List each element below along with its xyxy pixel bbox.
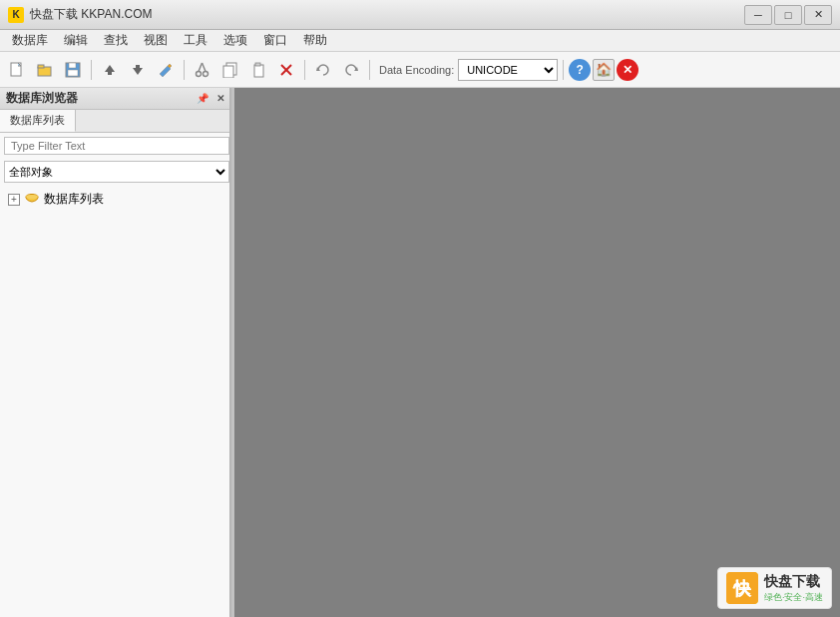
help-button[interactable]: ? <box>569 59 591 81</box>
svg-rect-4 <box>69 63 76 68</box>
toolbar: Data Encoding: UNICODE UTF-8 GBK ASCII ?… <box>0 52 840 88</box>
svg-rect-5 <box>68 70 78 76</box>
watermark: 快 快盘下载 绿色·安全·高速 <box>717 567 832 609</box>
open-button[interactable] <box>32 57 58 83</box>
tab-database-list[interactable]: 数据库列表 <box>0 110 76 132</box>
toolbar-separator-2 <box>184 60 185 80</box>
pin-button[interactable]: 📌 <box>196 92 210 106</box>
panel-header-controls: 📌 ✕ <box>196 92 227 106</box>
svg-point-10 <box>197 71 202 76</box>
menu-item-find[interactable]: 查找 <box>96 30 136 51</box>
paste-button[interactable] <box>245 57 271 83</box>
edit-button[interactable] <box>153 57 179 83</box>
svg-rect-2 <box>38 65 44 68</box>
tree-expand-icon[interactable]: + <box>8 194 20 206</box>
toolbar-separator-5 <box>563 60 564 80</box>
home-button[interactable]: 🏠 <box>593 59 615 81</box>
toolbar-separator-3 <box>304 60 305 80</box>
svg-point-11 <box>204 71 209 76</box>
watermark-logo: 快 <box>726 572 758 604</box>
filter-input[interactable] <box>4 137 229 155</box>
menu-item-options[interactable]: 选项 <box>215 30 255 51</box>
menu-item-help[interactable]: 帮助 <box>295 30 335 51</box>
title-bar-text: 快盘下载 KKPAN.COM <box>30 6 744 23</box>
tree-area: + 数据库列表 <box>0 185 233 617</box>
panel-tabs: 数据库列表 <box>0 110 233 133</box>
main-area: 数据库浏览器 📌 ✕ 数据库列表 全部对象 表 视图 存储过程 函数 + <box>0 88 840 617</box>
menu-bar: 数据库 编辑 查找 视图 工具 选项 窗口 帮助 <box>0 30 840 52</box>
cut-button[interactable] <box>190 57 215 83</box>
svg-marker-6 <box>105 65 115 72</box>
undo-button[interactable] <box>310 57 336 83</box>
encoding-control: Data Encoding: UNICODE UTF-8 GBK ASCII <box>379 59 558 81</box>
maximize-button[interactable]: □ <box>774 5 802 25</box>
watermark-text-block: 快盘下载 绿色·安全·高速 <box>764 573 823 604</box>
svg-rect-24 <box>726 572 758 604</box>
svg-line-13 <box>203 63 207 72</box>
database-icon <box>24 192 40 208</box>
right-area: 快 快盘下载 绿色·安全·高速 <box>234 88 840 617</box>
menu-item-tools[interactable]: 工具 <box>176 30 215 51</box>
menu-item-database[interactable]: 数据库 <box>4 30 56 51</box>
filter-select[interactable]: 全部对象 表 视图 存储过程 函数 <box>4 161 229 183</box>
left-panel: 数据库浏览器 📌 ✕ 数据库列表 全部对象 表 视图 存储过程 函数 + <box>0 88 234 617</box>
svg-point-23 <box>26 195 38 199</box>
close-button[interactable]: ✕ <box>804 5 832 25</box>
tree-item-label: 数据库列表 <box>44 191 104 208</box>
svg-line-12 <box>199 63 203 72</box>
redo-button[interactable] <box>338 57 364 83</box>
new-button[interactable] <box>4 57 30 83</box>
encoding-select[interactable]: UNICODE UTF-8 GBK ASCII <box>458 59 558 81</box>
menu-item-window[interactable]: 窗口 <box>255 30 295 51</box>
tree-item-database-list[interactable]: + 数据库列表 <box>4 189 229 210</box>
minimize-button[interactable]: ─ <box>744 5 772 25</box>
svg-rect-9 <box>136 65 140 68</box>
save-button[interactable] <box>60 57 86 83</box>
stop-button[interactable]: ✕ <box>617 59 638 81</box>
menu-item-view[interactable]: 视图 <box>136 30 176 51</box>
toolbar-separator-1 <box>91 60 92 80</box>
app-icon: K <box>8 7 24 23</box>
move-down-button[interactable] <box>125 57 151 83</box>
panel-header: 数据库浏览器 📌 ✕ <box>0 88 233 110</box>
encoding-label: Data Encoding: <box>379 64 454 76</box>
svg-text:快: 快 <box>732 579 752 599</box>
move-up-button[interactable] <box>97 57 123 83</box>
svg-rect-7 <box>108 72 112 75</box>
copy-button[interactable] <box>217 57 243 83</box>
svg-marker-8 <box>133 68 143 75</box>
resize-handle[interactable] <box>229 88 233 617</box>
svg-rect-15 <box>223 66 233 78</box>
toolbar-separator-4 <box>369 60 370 80</box>
svg-rect-17 <box>255 63 260 66</box>
delete-button[interactable] <box>273 57 299 83</box>
svg-rect-16 <box>254 65 263 77</box>
watermark-subtitle: 绿色·安全·高速 <box>764 591 823 604</box>
watermark-title: 快盘下载 <box>764 573 823 591</box>
panel-close-button[interactable]: ✕ <box>213 92 227 106</box>
title-bar: K 快盘下载 KKPAN.COM ─ □ ✕ <box>0 0 840 30</box>
panel-title: 数据库浏览器 <box>6 90 78 107</box>
menu-item-edit[interactable]: 编辑 <box>56 30 96 51</box>
title-bar-controls: ─ □ ✕ <box>744 5 832 25</box>
